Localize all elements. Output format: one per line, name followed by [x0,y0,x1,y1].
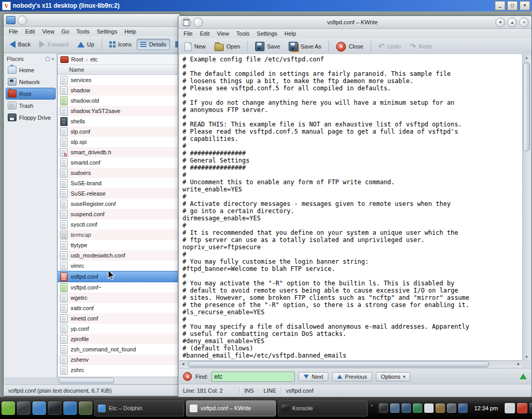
menu-edit[interactable]: Edit [22,28,39,35]
file-row-shadow-yast2save[interactable]: shadow.YaST2save [58,106,178,116]
place-item-root[interactable]: Root [6,88,56,100]
kwrite-app-icon[interactable] [181,18,191,27]
file-row-sysctl-conf[interactable]: sysctl.conf [58,219,178,230]
file-row-suse-brand[interactable]: SuSE-brand [58,178,178,188]
menu-help[interactable]: Help [121,28,140,35]
save-as-button[interactable]: Save As [285,39,325,54]
file-row-slp-spi[interactable]: slp.spi [58,137,178,147]
file-row-suseregister-conf[interactable]: suseRegister.conf [58,199,178,209]
file-row-vimrc[interactable]: vimrc [58,261,178,271]
file-view[interactable]: Root › etc Name servicesshadowshadow.old… [57,54,179,377]
save-button[interactable]: Save [252,39,284,54]
icons-view-button[interactable]: Icons [106,39,135,50]
new-button[interactable]: New [181,40,209,54]
file-row-slp-conf[interactable]: slp.conf [58,126,178,137]
close-document-button[interactable]: Close [332,39,367,54]
details-view-button[interactable]: Details [137,39,170,50]
scroll-up-icon[interactable]: ▴ [523,54,530,61]
power-icon[interactable] [517,403,527,413]
find-input[interactable] [211,372,295,382]
maximize-button[interactable]: ▴ [507,18,517,27]
lock-icon[interactable] [529,403,532,413]
file-row-sudoers[interactable]: sudoers [58,168,178,178]
document-tray-icon[interactable] [424,404,434,413]
forward-button[interactable]: Forward [36,38,72,51]
file-row-smartd-conf[interactable]: smartd.conf [58,157,178,168]
scroll-down-icon[interactable]: ▾ [523,353,530,360]
file-row-xinetd-conf[interactable]: xinetd.conf [58,313,178,324]
redo-button[interactable]: ↷ Redo [406,40,436,53]
show-desktop-icon[interactable] [17,401,30,415]
menu-file[interactable]: File [5,28,22,35]
scrollbar-thumb[interactable] [59,378,114,383]
info-tray-icon[interactable] [458,404,468,413]
expand-search-icon[interactable] [520,374,527,379]
web-browser-icon[interactable] [63,401,77,415]
breadcrumb-etc[interactable]: etc [90,56,98,62]
taskbar-task-etc-dolphin[interactable]: Etc – Dolphin [94,400,184,416]
menu-view[interactable]: View [39,28,58,35]
up-button[interactable]: Up [74,39,98,50]
scrollbar-thumb[interactable] [523,62,530,151]
find-previous-button[interactable]: Previous [332,372,372,381]
file-row-usb-modeswitch-conf[interactable]: usb_modeswitch.conf [58,250,178,261]
file-row-xattr-conf[interactable]: xattr.conf [58,303,178,313]
menu-tools[interactable]: Tools [73,28,93,35]
suse-menu-icon[interactable] [2,401,15,415]
file-manager-icon[interactable] [79,401,92,415]
find-options-button[interactable]: Options ▾ [376,372,410,381]
konsole-icon[interactable] [48,401,61,415]
vnc-titlebar[interactable]: V nobody's x11 desktop (linux-8b9n:2) _ … [0,0,532,11]
volume-tray-icon[interactable] [447,404,456,413]
file-row-services[interactable]: services [58,75,178,85]
file-row-vsftpd-conf[interactable]: vsftpd.conf [58,271,178,282]
dolphin-icon[interactable] [32,401,46,415]
menu-help[interactable]: Help [281,30,300,37]
file-row-termcap[interactable]: termcap [58,230,178,240]
taskbar-task-vsftpd-conf-kwrite[interactable]: vsftpd.conf – KWrite [186,400,276,416]
minimize-button[interactable]: ▾ [495,18,505,27]
menu-edit[interactable]: Edit [196,30,213,37]
menu-file[interactable]: File [180,30,196,37]
horizontal-scrollbar[interactable]: ◂ ▸ [179,360,522,368]
file-row-suspend-conf[interactable]: suspend.conf [58,209,178,219]
close-find-bar-icon[interactable] [183,372,192,381]
scrollbar-thumb[interactable] [188,361,489,367]
menu-go[interactable]: Go [58,28,73,35]
file-row-ttytype[interactable]: ttytype [58,240,178,250]
find-next-button[interactable]: Next [298,372,328,381]
file-row-zshrc[interactable]: zshrc [58,365,178,375]
breadcrumb-root[interactable]: Root [71,56,83,62]
menu-view[interactable]: View [213,30,233,37]
place-item-floppy-drive[interactable]: Floppy Drive [6,111,56,123]
file-row-zprofile[interactable]: zprofile [58,334,178,344]
back-button[interactable]: Back [6,38,34,51]
vnc-minimize-button[interactable]: _ [495,1,505,10]
clock[interactable]: 12:34 pm [474,405,498,411]
dolphin-titlebar[interactable] [4,14,180,27]
place-item-network[interactable]: Network [6,76,56,88]
device-notifier-icon[interactable] [505,403,515,413]
settings-tray-icon[interactable] [390,404,400,413]
menu-tools[interactable]: Tools [232,30,253,37]
places-close-icon[interactable]: × [52,56,55,62]
dolphin-horizontal-scrollbar[interactable] [57,377,179,384]
file-row-shadow[interactable]: shadow [58,85,178,95]
vnc-close-button[interactable]: × [520,1,530,10]
file-row-shadow-old[interactable]: shadow.old [58,95,178,106]
open-button[interactable]: Open [211,40,244,54]
file-row-vsftpd-conf[interactable]: vsftpd.conf~ [58,282,178,293]
konsole-tray-icon[interactable] [379,404,388,413]
clipboard-tray-icon[interactable] [436,404,445,413]
file-row-suse-release[interactable]: SuSE-release [58,188,178,199]
column-header-name[interactable]: Name [58,65,178,75]
places-float-icon[interactable] [45,57,50,61]
place-item-trash[interactable]: Trash [6,100,56,111]
undo-button[interactable]: ↶ Undo [375,40,405,53]
scroll-right-icon[interactable]: ▸ [515,361,522,367]
scroll-left-icon[interactable]: ◂ [179,361,187,367]
vnc-maximize-button[interactable]: □ [507,1,518,10]
file-row-zshenv[interactable]: zshenv [58,354,178,365]
file-row-shells[interactable]: shells [58,116,178,126]
file-row-zsh-command-not-found[interactable]: zsh_command_not_found [58,344,178,354]
